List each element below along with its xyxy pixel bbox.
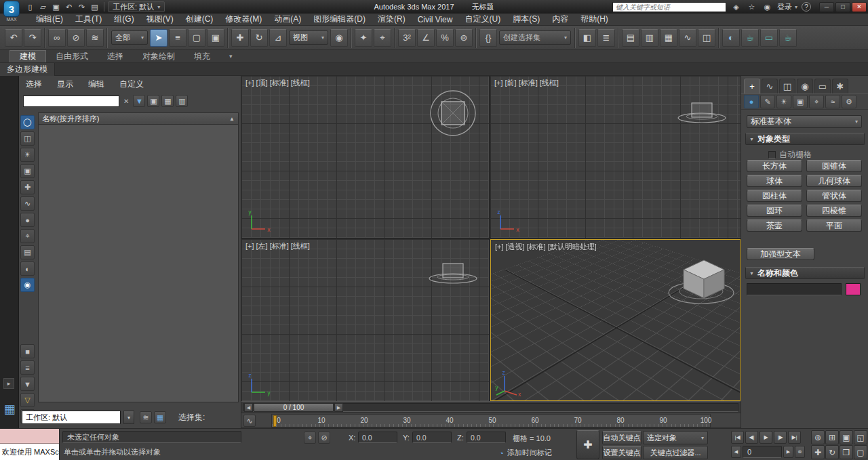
menu-item-3[interactable]: 视图(V) — [140, 14, 180, 26]
display-children-icon[interactable]: ◫ — [20, 131, 35, 146]
viewport-label-segment[interactable]: [标准] — [519, 79, 538, 87]
clear-search-icon[interactable]: ✕ — [122, 98, 130, 105]
explorer-menu-1[interactable]: 显示 — [57, 79, 73, 90]
toggle-scene-explorer-icon[interactable]: ▤ — [622, 29, 639, 47]
viewport-label-segment[interactable]: [默认明暗处理] — [548, 243, 597, 251]
primitive-button-1[interactable]: 圆锥体 — [806, 160, 862, 172]
play-icon[interactable]: ▶ — [760, 431, 772, 444]
scene-explorer-list[interactable]: 名称(按升序排序) ▲ — [38, 112, 239, 402]
object-type-rollout[interactable]: ▼ 对象类型 — [745, 133, 865, 145]
primitive-button-3[interactable]: 几何球体 — [806, 175, 862, 187]
angle-snap-icon[interactable]: ∠ — [417, 29, 435, 47]
project-folder-icon[interactable]: ▤ — [89, 1, 100, 12]
maximize-viewport-icon[interactable]: ❒ — [840, 445, 853, 459]
explorer-menu-0[interactable]: 选择 — [26, 79, 42, 90]
time-slider[interactable]: ◀ 0 / 100 ▶ — [241, 401, 741, 413]
track-bar[interactable]: ∿ 0102030405060708090100 — [241, 413, 741, 428]
menu-item-5[interactable]: 修改器(M) — [219, 14, 268, 26]
zoom-icon[interactable]: ⊕ — [811, 430, 825, 444]
menu-item-9[interactable]: Civil View — [412, 14, 459, 26]
primitive-category-dropdown[interactable]: 标准基本体 ▾ — [747, 115, 862, 128]
menu-item-0[interactable]: 编辑(E) — [30, 14, 69, 26]
lights-category-icon[interactable]: ☀ — [776, 95, 791, 108]
zoom-extents-icon[interactable]: ▣ — [840, 430, 853, 444]
curve-editor-icon[interactable]: ∿ — [679, 29, 696, 47]
window-crossing-icon[interactable]: ▣ — [207, 29, 224, 47]
menu-item-13[interactable]: 帮助(H) — [574, 14, 614, 26]
schematic-view-icon[interactable]: ◫ — [698, 29, 715, 47]
viewport-label-segment[interactable]: [线框] — [291, 79, 310, 87]
orbit-icon[interactable]: ↻ — [825, 445, 839, 459]
primitive-button-8[interactable]: 茶壶 — [747, 219, 802, 232]
motion-tab-icon[interactable]: ◉ — [797, 79, 813, 93]
undo-quick-icon[interactable]: ↶ — [63, 1, 75, 12]
cameras-category-icon[interactable]: ▣ — [793, 95, 808, 108]
object-color-swatch[interactable] — [846, 283, 861, 295]
viewport-label-segment[interactable]: [+] — [495, 243, 504, 251]
viewport-label-segment[interactable]: [标准] — [527, 243, 546, 251]
key-filters-button[interactable]: 关键点过滤器... — [643, 446, 708, 459]
use-pivot-point-icon[interactable]: ◉ — [330, 29, 348, 47]
favorites-star-icon[interactable]: ☆ — [746, 1, 757, 12]
hierarchy-tab-icon[interactable]: ◫ — [779, 79, 795, 93]
tab-populate[interactable]: 填充 — [184, 50, 220, 62]
display-lights-icon[interactable]: ☀ — [20, 148, 35, 162]
viewport-label-segment[interactable]: [+] — [494, 79, 503, 87]
tab-polygon-modeling[interactable]: 多边形建模 — [0, 63, 55, 76]
next-frame-arrow-icon[interactable]: ▶ — [334, 403, 343, 412]
undo-icon[interactable]: ↶ — [5, 29, 22, 47]
render-production-icon[interactable]: ☕ — [779, 29, 797, 47]
select-filter-icon[interactable]: ■ — [20, 344, 35, 358]
systems-category-icon[interactable]: ⚙ — [842, 95, 856, 108]
maxscript-mini-listener[interactable]: 欢迎使用 MAXScript — [0, 429, 60, 460]
menu-item-2[interactable]: 组(G) — [108, 14, 140, 26]
pan-icon[interactable]: ✚ — [811, 445, 825, 459]
create-tab-icon[interactable]: + — [744, 79, 760, 93]
open-file-icon[interactable]: ▱ — [37, 1, 49, 12]
display-helpers-icon[interactable]: ✚ — [20, 180, 35, 194]
tab-selection[interactable]: 选择 — [98, 50, 133, 62]
3ds-max-logo[interactable]: 3 MAX — [1, 1, 22, 25]
display-bones-icon[interactable]: ⌖ — [20, 229, 35, 243]
track-bar-ruler[interactable]: 0102030405060708090100 — [271, 414, 711, 427]
primitive-button-2[interactable]: 球体 — [747, 175, 802, 187]
select-and-manipulate-icon[interactable]: ✦ — [355, 29, 372, 47]
primitive-button-9[interactable]: 平面 — [806, 219, 862, 232]
display-containers-icon[interactable]: ▤ — [20, 245, 35, 259]
toggle-layer-explorer-icon[interactable]: ▥ — [641, 29, 658, 47]
display-tab-icon[interactable]: ▭ — [814, 79, 831, 93]
explorer-columns-icon[interactable]: ▦ — [161, 95, 174, 107]
tab-object-paint[interactable]: 对象绘制 — [133, 50, 184, 62]
ribbon-collapse-icon[interactable]: ▾ — [225, 50, 237, 62]
viewport-label-segment[interactable]: [标准] — [270, 79, 289, 87]
list-mode-icon[interactable]: ≡ — [20, 360, 35, 375]
explorer-grid-icon[interactable]: ▦ — [154, 411, 166, 423]
close-icon[interactable]: ✕ — [852, 2, 867, 12]
workspace-combo-arrow-icon[interactable]: ▾ — [123, 411, 134, 424]
utilities-tab-icon[interactable]: ✱ — [832, 79, 848, 93]
menu-item-1[interactable]: 工具(T) — [69, 14, 108, 26]
select-and-scale-icon[interactable]: ⊿ — [269, 29, 287, 47]
viewport-label-segment[interactable]: [线框] — [540, 79, 559, 87]
bind-to-space-warp-icon[interactable]: ≋ — [86, 29, 104, 47]
select-and-rotate-icon[interactable]: ↻ — [250, 29, 268, 47]
geometry-category-icon[interactable]: ● — [744, 95, 759, 108]
rendered-frame-icon[interactable]: ▭ — [760, 29, 778, 47]
advanced-filter-icon[interactable]: ▽ — [20, 393, 35, 407]
sign-in-button[interactable]: 登录 ▾ — [777, 2, 797, 12]
edit-named-selections-icon[interactable]: {} — [479, 29, 497, 47]
go-to-start-icon[interactable]: |◀ — [731, 431, 744, 444]
menu-item-11[interactable]: 脚本(S) — [507, 14, 546, 26]
zoom-extents-all-icon[interactable]: ◱ — [854, 430, 867, 444]
selected-objects-dropdown[interactable]: 选定对象 ▾ — [643, 431, 708, 444]
help-icon[interactable]: ? — [802, 2, 811, 12]
percent-snap-icon[interactable]: % — [436, 29, 454, 47]
select-and-link-icon[interactable]: ∞ — [48, 29, 66, 47]
shapes-category-icon[interactable]: ✎ — [760, 95, 775, 108]
dock-flyout-arrow-icon[interactable]: ▸ — [3, 378, 14, 389]
z-coord-field[interactable]: 0.0 — [467, 432, 506, 443]
primitive-button-6[interactable]: 圆环 — [747, 205, 802, 217]
display-frozen-icon[interactable]: ◉ — [20, 278, 35, 292]
text-plus-button[interactable]: 加强型文本 — [747, 248, 814, 260]
mini-curve-editor-icon[interactable]: ∿ — [243, 415, 256, 427]
